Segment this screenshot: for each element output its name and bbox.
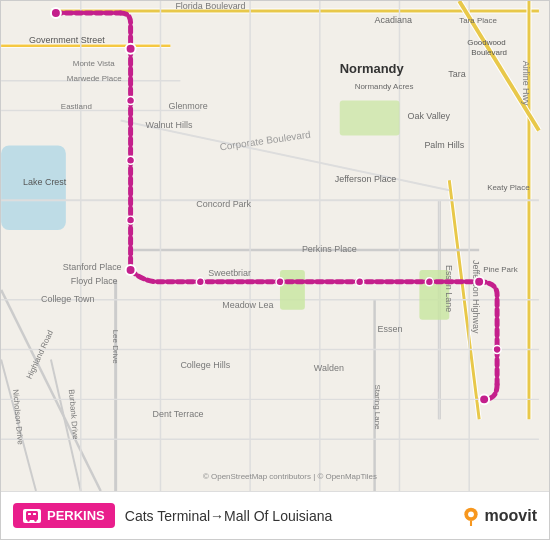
svg-point-97 bbox=[468, 511, 474, 517]
svg-text:Marwede Place: Marwede Place bbox=[67, 74, 122, 83]
svg-text:Stanford Place: Stanford Place bbox=[63, 262, 122, 272]
svg-text:Lee Drive: Lee Drive bbox=[111, 330, 120, 365]
svg-text:Pine Park: Pine Park bbox=[483, 265, 518, 274]
svg-text:Palm Hills: Palm Hills bbox=[424, 140, 464, 150]
svg-text:Dent Terrace: Dent Terrace bbox=[153, 409, 204, 419]
svg-text:Tara: Tara bbox=[448, 69, 465, 79]
svg-point-77 bbox=[126, 44, 136, 54]
svg-text:Essen: Essen bbox=[378, 324, 403, 334]
svg-text:Walnut Hills: Walnut Hills bbox=[146, 120, 193, 130]
svg-point-80 bbox=[127, 216, 135, 224]
svg-rect-35 bbox=[340, 101, 400, 136]
svg-text:Oak Valley: Oak Valley bbox=[407, 111, 450, 121]
svg-point-88 bbox=[479, 394, 489, 404]
svg-text:Normandy: Normandy bbox=[340, 61, 405, 76]
svg-text:Lake Crest: Lake Crest bbox=[23, 177, 67, 187]
svg-text:Eastland: Eastland bbox=[61, 102, 92, 111]
moovit-logo: moovit bbox=[461, 506, 537, 526]
svg-point-76 bbox=[51, 8, 61, 18]
svg-text:Walden: Walden bbox=[314, 363, 344, 373]
map-container: Lake Crest bbox=[1, 1, 549, 491]
svg-point-82 bbox=[196, 278, 204, 286]
svg-rect-0 bbox=[1, 145, 66, 230]
svg-point-86 bbox=[474, 277, 484, 287]
svg-text:Tara Place: Tara Place bbox=[459, 16, 497, 25]
svg-point-84 bbox=[356, 278, 364, 286]
svg-rect-95 bbox=[33, 513, 36, 515]
svg-text:Staring Lane: Staring Lane bbox=[373, 384, 382, 430]
svg-text:Glenmore: Glenmore bbox=[168, 101, 207, 111]
svg-text:Corporate Boulevard: Corporate Boulevard bbox=[219, 129, 311, 153]
svg-text:Floyd Place: Floyd Place bbox=[71, 276, 118, 286]
svg-text:Essen Lane: Essen Lane bbox=[444, 265, 454, 312]
svg-text:College Town: College Town bbox=[41, 294, 95, 304]
moovit-brand: moovit bbox=[485, 507, 537, 525]
svg-text:© OpenStreetMap contributors |: © OpenStreetMap contributors | © OpenMap… bbox=[203, 472, 377, 481]
svg-text:Nicholson Drive: Nicholson Drive bbox=[11, 389, 25, 446]
svg-rect-34 bbox=[280, 270, 305, 310]
svg-text:Jefferson Highway: Jefferson Highway bbox=[471, 260, 481, 334]
route-name: Cats Terminal→Mall Of Louisiana bbox=[125, 508, 451, 524]
svg-point-83 bbox=[276, 278, 284, 286]
route-id-label: PERKINS bbox=[47, 508, 105, 523]
map-svg: Lake Crest bbox=[1, 1, 549, 491]
svg-point-87 bbox=[493, 346, 501, 354]
svg-text:Burbank Drive: Burbank Drive bbox=[67, 389, 80, 441]
svg-text:Acadiana: Acadiana bbox=[375, 15, 412, 25]
footer: PERKINS Cats Terminal→Mall Of Louisiana … bbox=[1, 491, 549, 539]
svg-text:Highland Road: Highland Road bbox=[25, 329, 55, 380]
svg-point-85 bbox=[425, 278, 433, 286]
bus-svg bbox=[25, 510, 39, 522]
svg-text:Keaty Place: Keaty Place bbox=[487, 183, 530, 192]
moovit-pin-icon bbox=[461, 506, 481, 526]
svg-text:Perkins Place: Perkins Place bbox=[302, 244, 357, 254]
route-badge: PERKINS bbox=[13, 503, 115, 528]
svg-point-81 bbox=[126, 265, 136, 275]
svg-text:Sweetbriar: Sweetbriar bbox=[208, 268, 251, 278]
svg-text:Jefferson Place: Jefferson Place bbox=[335, 174, 397, 184]
svg-point-92 bbox=[27, 519, 29, 521]
svg-text:Normandy Acres: Normandy Acres bbox=[355, 82, 414, 91]
svg-point-79 bbox=[127, 156, 135, 164]
svg-text:College Hills: College Hills bbox=[180, 360, 230, 370]
svg-text:Florida Boulevard: Florida Boulevard bbox=[175, 1, 245, 11]
svg-rect-94 bbox=[28, 513, 31, 515]
svg-text:Concord Park: Concord Park bbox=[196, 199, 251, 209]
bus-icon bbox=[23, 509, 41, 523]
svg-text:Goodwood: Goodwood bbox=[467, 38, 505, 47]
svg-point-93 bbox=[34, 519, 36, 521]
svg-text:Airline Hwy: Airline Hwy bbox=[521, 61, 531, 106]
svg-text:Boulevard: Boulevard bbox=[471, 48, 507, 57]
app: Lake Crest bbox=[0, 0, 550, 540]
svg-text:Government Street: Government Street bbox=[29, 35, 105, 45]
svg-text:Monte Vista: Monte Vista bbox=[73, 59, 115, 68]
svg-point-78 bbox=[127, 97, 135, 105]
svg-text:Meadow Lea: Meadow Lea bbox=[222, 300, 273, 310]
